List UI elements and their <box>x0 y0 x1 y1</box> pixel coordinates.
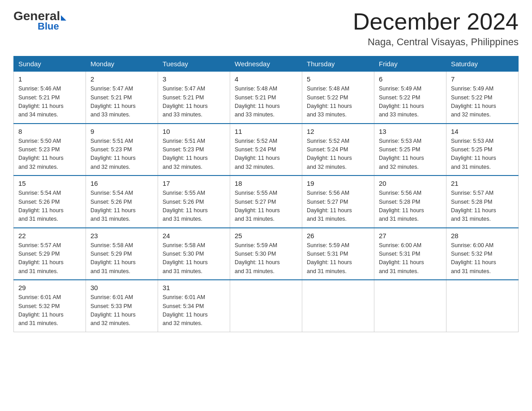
calendar-cell <box>302 280 374 332</box>
day-number: 1 <box>18 75 81 83</box>
day-number: 27 <box>379 232 442 240</box>
location-title: Naga, Central Visayas, Philippines <box>353 36 519 48</box>
day-number: 8 <box>18 128 81 135</box>
day-info: Sunrise: 5:54 AM Sunset: 5:26 PM Dayligh… <box>90 189 153 224</box>
day-info: Sunrise: 5:49 AM Sunset: 5:22 PM Dayligh… <box>451 85 514 120</box>
logo: General Blue <box>13 9 66 32</box>
calendar-cell: 22 Sunrise: 5:57 AM Sunset: 5:29 PM Dayl… <box>14 228 86 280</box>
calendar-cell <box>230 280 302 332</box>
day-info: Sunrise: 5:48 AM Sunset: 5:22 PM Dayligh… <box>307 85 369 120</box>
calendar-table: Sunday Monday Tuesday Wednesday Thursday… <box>13 56 519 332</box>
day-number: 16 <box>90 180 153 187</box>
day-info: Sunrise: 5:52 AM Sunset: 5:24 PM Dayligh… <box>307 137 369 172</box>
day-info: Sunrise: 5:51 AM Sunset: 5:23 PM Dayligh… <box>163 137 225 172</box>
calendar-cell: 7 Sunrise: 5:49 AM Sunset: 5:22 PM Dayli… <box>446 72 519 124</box>
day-info: Sunrise: 5:59 AM Sunset: 5:30 PM Dayligh… <box>235 241 297 276</box>
day-info: Sunrise: 5:50 AM Sunset: 5:23 PM Dayligh… <box>18 137 81 172</box>
calendar-cell: 13 Sunrise: 5:53 AM Sunset: 5:25 PM Dayl… <box>374 124 446 176</box>
day-number: 28 <box>451 232 514 240</box>
calendar-cell: 6 Sunrise: 5:49 AM Sunset: 5:22 PM Dayli… <box>374 72 446 124</box>
day-info: Sunrise: 5:58 AM Sunset: 5:29 PM Dayligh… <box>90 241 153 276</box>
calendar-cell: 20 Sunrise: 5:56 AM Sunset: 5:28 PM Dayl… <box>374 176 446 228</box>
calendar-cell <box>446 280 519 332</box>
calendar-cell: 8 Sunrise: 5:50 AM Sunset: 5:23 PM Dayli… <box>14 124 86 176</box>
day-number: 20 <box>379 180 442 187</box>
day-number: 4 <box>235 75 297 83</box>
day-number: 19 <box>307 180 369 187</box>
day-info: Sunrise: 5:49 AM Sunset: 5:22 PM Dayligh… <box>379 85 442 120</box>
day-info: Sunrise: 5:58 AM Sunset: 5:30 PM Dayligh… <box>163 241 225 276</box>
calendar-cell: 23 Sunrise: 5:58 AM Sunset: 5:29 PM Dayl… <box>86 228 158 280</box>
calendar-cell: 21 Sunrise: 5:57 AM Sunset: 5:28 PM Dayl… <box>446 176 519 228</box>
day-number: 31 <box>163 284 225 291</box>
day-info: Sunrise: 5:53 AM Sunset: 5:25 PM Dayligh… <box>451 137 514 172</box>
calendar-cell: 15 Sunrise: 5:54 AM Sunset: 5:26 PM Dayl… <box>14 176 86 228</box>
day-number: 2 <box>90 75 153 83</box>
day-info: Sunrise: 5:56 AM Sunset: 5:28 PM Dayligh… <box>379 189 442 224</box>
col-thursday: Thursday <box>302 56 374 72</box>
calendar-cell: 26 Sunrise: 5:59 AM Sunset: 5:31 PM Dayl… <box>302 228 374 280</box>
day-info: Sunrise: 5:55 AM Sunset: 5:27 PM Dayligh… <box>235 189 297 224</box>
day-number: 24 <box>163 232 225 240</box>
calendar-row: 1 Sunrise: 5:46 AM Sunset: 5:21 PM Dayli… <box>14 72 519 124</box>
calendar-header: Sunday Monday Tuesday Wednesday Thursday… <box>14 56 519 72</box>
calendar-row: 15 Sunrise: 5:54 AM Sunset: 5:26 PM Dayl… <box>14 176 519 228</box>
day-info: Sunrise: 5:46 AM Sunset: 5:21 PM Dayligh… <box>18 85 81 120</box>
col-monday: Monday <box>86 56 158 72</box>
day-number: 11 <box>235 128 297 135</box>
col-friday: Friday <box>374 56 446 72</box>
day-number: 14 <box>451 128 514 135</box>
day-info: Sunrise: 5:53 AM Sunset: 5:25 PM Dayligh… <box>379 137 442 172</box>
calendar-cell: 3 Sunrise: 5:47 AM Sunset: 5:21 PM Dayli… <box>158 72 230 124</box>
calendar-cell: 16 Sunrise: 5:54 AM Sunset: 5:26 PM Dayl… <box>86 176 158 228</box>
day-number: 7 <box>451 75 514 83</box>
day-number: 18 <box>235 180 297 187</box>
calendar-cell: 2 Sunrise: 5:47 AM Sunset: 5:21 PM Dayli… <box>86 72 158 124</box>
header-row: Sunday Monday Tuesday Wednesday Thursday… <box>14 56 519 72</box>
logo-blue-text: Blue <box>38 21 59 32</box>
day-number: 10 <box>163 128 225 135</box>
day-number: 3 <box>163 75 225 83</box>
calendar-cell: 29 Sunrise: 6:01 AM Sunset: 5:32 PM Dayl… <box>14 280 86 332</box>
day-info: Sunrise: 6:00 AM Sunset: 5:31 PM Dayligh… <box>379 241 442 276</box>
calendar-cell: 27 Sunrise: 6:00 AM Sunset: 5:31 PM Dayl… <box>374 228 446 280</box>
day-number: 13 <box>379 128 442 135</box>
day-info: Sunrise: 5:47 AM Sunset: 5:21 PM Dayligh… <box>163 85 225 120</box>
day-info: Sunrise: 5:56 AM Sunset: 5:27 PM Dayligh… <box>307 189 369 224</box>
calendar-cell: 9 Sunrise: 5:51 AM Sunset: 5:23 PM Dayli… <box>86 124 158 176</box>
day-info: Sunrise: 5:51 AM Sunset: 5:23 PM Dayligh… <box>90 137 153 172</box>
calendar-cell: 18 Sunrise: 5:55 AM Sunset: 5:27 PM Dayl… <box>230 176 302 228</box>
calendar-cell: 1 Sunrise: 5:46 AM Sunset: 5:21 PM Dayli… <box>14 72 86 124</box>
calendar-cell: 30 Sunrise: 6:01 AM Sunset: 5:33 PM Dayl… <box>86 280 158 332</box>
day-number: 26 <box>307 232 369 240</box>
calendar-body: 1 Sunrise: 5:46 AM Sunset: 5:21 PM Dayli… <box>14 72 519 332</box>
day-info: Sunrise: 5:55 AM Sunset: 5:26 PM Dayligh… <box>163 189 225 224</box>
logo-triangle-icon <box>61 15 66 21</box>
calendar-cell <box>374 280 446 332</box>
calendar-cell: 28 Sunrise: 6:00 AM Sunset: 5:32 PM Dayl… <box>446 228 519 280</box>
day-info: Sunrise: 5:54 AM Sunset: 5:26 PM Dayligh… <box>18 189 81 224</box>
calendar-cell: 11 Sunrise: 5:52 AM Sunset: 5:24 PM Dayl… <box>230 124 302 176</box>
day-info: Sunrise: 5:57 AM Sunset: 5:29 PM Dayligh… <box>18 241 81 276</box>
day-info: Sunrise: 6:00 AM Sunset: 5:32 PM Dayligh… <box>451 241 514 276</box>
calendar-cell: 25 Sunrise: 5:59 AM Sunset: 5:30 PM Dayl… <box>230 228 302 280</box>
calendar-cell: 24 Sunrise: 5:58 AM Sunset: 5:30 PM Dayl… <box>158 228 230 280</box>
day-info: Sunrise: 5:57 AM Sunset: 5:28 PM Dayligh… <box>451 189 514 224</box>
day-number: 15 <box>18 180 81 187</box>
calendar-cell: 19 Sunrise: 5:56 AM Sunset: 5:27 PM Dayl… <box>302 176 374 228</box>
day-info: Sunrise: 5:47 AM Sunset: 5:21 PM Dayligh… <box>90 85 153 120</box>
day-number: 23 <box>90 232 153 240</box>
day-info: Sunrise: 5:59 AM Sunset: 5:31 PM Dayligh… <box>307 241 369 276</box>
day-number: 29 <box>18 284 81 291</box>
day-number: 21 <box>451 180 514 187</box>
day-number: 25 <box>235 232 297 240</box>
day-number: 9 <box>90 128 153 135</box>
col-tuesday: Tuesday <box>158 56 230 72</box>
calendar-cell: 12 Sunrise: 5:52 AM Sunset: 5:24 PM Dayl… <box>302 124 374 176</box>
title-section: December 2024 Naga, Central Visayas, Phi… <box>353 9 519 48</box>
calendar-cell: 5 Sunrise: 5:48 AM Sunset: 5:22 PM Dayli… <box>302 72 374 124</box>
col-sunday: Sunday <box>14 56 86 72</box>
day-number: 22 <box>18 232 81 240</box>
calendar-row: 29 Sunrise: 6:01 AM Sunset: 5:32 PM Dayl… <box>14 280 519 332</box>
month-title: December 2024 <box>353 9 519 34</box>
